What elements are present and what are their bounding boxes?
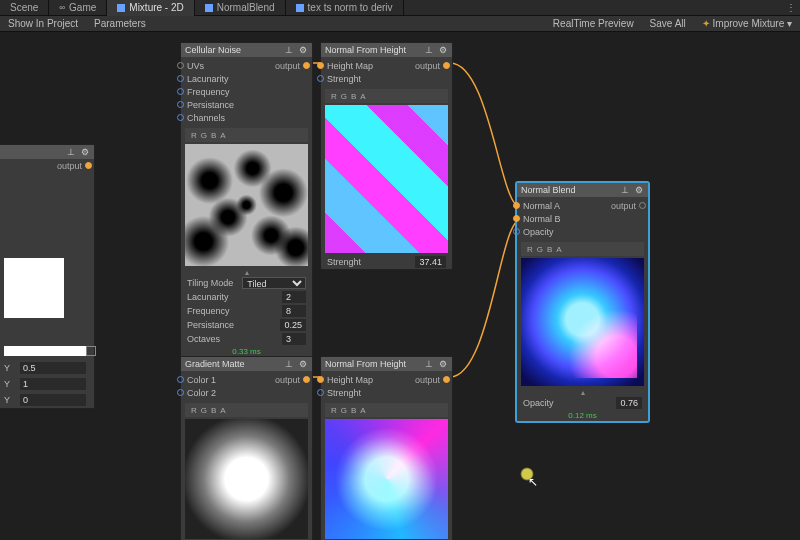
tab-bar: Scene ∞Game Mixture - 2D NormalBlend tex… — [0, 0, 800, 16]
color-swatch-white[interactable] — [4, 258, 64, 318]
timing-label: 0.12 ms — [517, 410, 648, 421]
frequency-field[interactable]: 8 — [282, 305, 306, 317]
show-in-project-button[interactable]: Show In Project — [0, 16, 86, 31]
chevron-up-icon[interactable]: ▴ — [517, 388, 648, 396]
graph-canvas[interactable]: ⊥ ⚙ output Y0.5 Y1 Y0 Cellular Noise⊥⚙ U… — [0, 32, 800, 540]
tab-tex-norm-deriv[interactable]: tex ts norm to deriv — [286, 0, 404, 16]
improve-mixture-button[interactable]: ✦ Improve Mixture ▾ — [694, 16, 800, 31]
pin-icon[interactable]: ⊥ — [620, 185, 630, 195]
opacity-field[interactable]: 0.76 — [616, 397, 642, 409]
tab-game[interactable]: ∞Game — [49, 0, 107, 16]
chevron-up-icon[interactable]: ▴ — [181, 268, 312, 276]
lacunarity-field[interactable]: 2 — [282, 291, 306, 303]
strength-field[interactable]: 37.41 — [415, 256, 446, 268]
y-field-1[interactable]: 1 — [20, 378, 86, 390]
pin-icon[interactable]: ⊥ — [66, 147, 76, 157]
pin-icon[interactable]: ⊥ — [284, 45, 294, 55]
tab-scene[interactable]: Scene — [0, 0, 49, 16]
rgba-toggle[interactable]: RGBA — [185, 128, 308, 142]
octaves-field[interactable]: 3 — [282, 333, 306, 345]
pin-icon[interactable]: ⊥ — [424, 45, 434, 55]
rgba-toggle[interactable]: RGBA — [521, 242, 644, 256]
node-normal-from-height-1[interactable]: Normal From Height⊥⚙ Height Mapoutput St… — [320, 42, 453, 270]
pin-icon[interactable]: ⊥ — [424, 359, 434, 369]
toolbar: Show In Project Parameters RealTime Prev… — [0, 16, 800, 32]
rgba-toggle[interactable]: RGBA — [325, 89, 448, 103]
gear-icon[interactable]: ⚙ — [298, 359, 308, 369]
y-field-2[interactable]: 0 — [20, 394, 86, 406]
gear-icon[interactable]: ⚙ — [298, 45, 308, 55]
node-normal-blend[interactable]: Normal Blend⊥⚙ Normal Aoutput Normal B O… — [516, 182, 649, 422]
tiling-mode-select[interactable]: Tiled — [242, 277, 306, 289]
output-node-partial[interactable]: ⊥ ⚙ output Y0.5 Y1 Y0 — [0, 144, 95, 409]
rgba-toggle[interactable]: RGBA — [185, 403, 308, 417]
rgba-toggle[interactable]: RGBA — [325, 403, 448, 417]
tab-mixture-2d[interactable]: Mixture - 2D — [107, 0, 194, 16]
node-normal-from-height-2[interactable]: Normal From Height⊥⚙ Height Mapoutput St… — [320, 356, 453, 540]
node-cellular-noise[interactable]: Cellular Noise⊥⚙ UVsoutput Lacunarity Fr… — [180, 42, 313, 358]
preview-cellular — [185, 144, 308, 266]
persistance-field[interactable]: 0.25 — [280, 319, 306, 331]
parameters-button[interactable]: Parameters — [86, 16, 154, 31]
save-all-button[interactable]: Save All — [642, 16, 694, 31]
cursor-arrow-icon: ↖ — [528, 475, 538, 489]
gear-icon[interactable]: ⚙ — [438, 359, 448, 369]
y-field-0[interactable]: 0.5 — [20, 362, 86, 374]
preview-blend — [521, 258, 644, 386]
node-gradient-matte[interactable]: Gradient Matte⊥⚙ Color 1output Color 2 R… — [180, 356, 313, 540]
preview-nfh2 — [325, 419, 448, 539]
preview-gradient — [185, 419, 308, 539]
color-bar[interactable] — [4, 346, 86, 356]
realtime-preview-button[interactable]: RealTime Preview — [545, 16, 642, 31]
pin-icon[interactable]: ⊥ — [284, 359, 294, 369]
tab-normalblend[interactable]: NormalBlend — [195, 0, 286, 16]
gear-icon[interactable]: ⚙ — [80, 147, 90, 157]
kebab-menu-icon[interactable]: ⋮ — [782, 2, 800, 13]
gear-icon[interactable]: ⚙ — [634, 185, 644, 195]
preview-nfh1 — [325, 105, 448, 253]
gear-icon[interactable]: ⚙ — [438, 45, 448, 55]
